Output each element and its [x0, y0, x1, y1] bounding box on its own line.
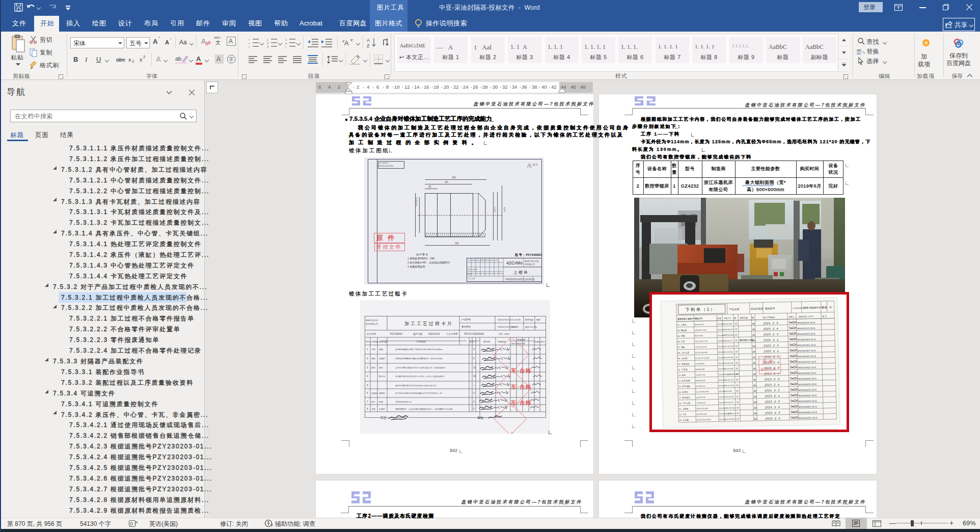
svg-text:30: 30: [736, 395, 739, 397]
svg-text:打标识: 打标识: [371, 392, 377, 395]
svg-text:3o: 3o: [754, 417, 757, 420]
svg-text:2023. 2. 3: 2023. 2. 3: [765, 411, 780, 415]
svg-text:W202302201-09-0|: W202302201-09-0|: [797, 332, 815, 335]
svg-text:63.5×8×352: 63.5×8×352: [724, 357, 733, 359]
svg-text:89×10×288: 89×10×288: [724, 368, 733, 370]
svg-text:增与标2×续3: 增与标2×续3: [739, 338, 754, 342]
svg-text:2: 2: [367, 357, 368, 360]
svg-text:116×25×68: 116×25×68: [724, 362, 733, 364]
svg-text:W202303101-09-0|: W202303101-09-0|: [798, 383, 816, 386]
svg-text:规格型号: 规格型号: [765, 307, 775, 310]
svg-text:操作者: 操作者: [483, 340, 491, 343]
svg-text:6: 6: [473, 401, 475, 403]
svg-text:普车: 普车: [379, 366, 383, 369]
svg-text:12. 隔环: 12. 隔环: [678, 374, 686, 377]
svg-text:材质 42CrMo: 材质 42CrMo: [525, 326, 537, 329]
svg-text:30: 30: [734, 323, 737, 325]
svg-text:W202302101-09-0|: W202302101-09-0|: [797, 327, 815, 330]
svg-text:D: D: [130, 521, 133, 526]
svg-text:3o: 3o: [752, 350, 755, 353]
svg-text:30: 30: [736, 384, 739, 386]
svg-text:▪: ▪: [249, 45, 250, 48]
svg-text:54×10×442: 54×10×442: [724, 351, 733, 353]
svg-text:受控文件: 受控文件: [760, 367, 777, 372]
svg-text:30: 30: [735, 339, 738, 342]
svg-text:先调质处理再硬度计测量计算范围HB229～269之间为合格: 先调质处理再硬度计测量计算范围HB229～269之间为合格: [395, 357, 443, 360]
svg-text:粗车: 粗车: [371, 366, 375, 369]
svg-text:114×87′×19: 114×87′×19: [695, 374, 705, 376]
svg-text:130圆钢×114: 130圆钢×114: [725, 412, 736, 415]
svg-text:30: 30: [829, 306, 832, 309]
svg-text:生产批号: 生产批号: [367, 333, 376, 335]
svg-text:3o: 3o: [753, 356, 756, 359]
svg-text:3o: 3o: [753, 373, 756, 376]
svg-text:2024. 2. 3: 2024. 2. 3: [763, 322, 778, 325]
svg-text:115.5×102.5×200: 115.5×102.5×200: [696, 419, 711, 421]
svg-text:零件图号: 零件图号: [461, 325, 471, 328]
svg-text:a: a: [285, 42, 287, 45]
svg-text:W202302401-09-0|: W202302401-09-0|: [797, 343, 815, 347]
svg-text:40: 40: [473, 375, 476, 378]
svg-text:04. 弹簧: 04. 弹簧: [677, 335, 685, 337]
svg-text:PZY230203: PZY230203: [810, 306, 824, 309]
svg-text:W202303501-09-0|: W202303501-09-0|: [799, 405, 817, 408]
svg-text:产品名称: 产品名称: [729, 307, 740, 310]
svg-text:3o: 3o: [754, 412, 757, 415]
svg-text:3o: 3o: [752, 344, 755, 348]
svg-text:数: 数: [752, 316, 754, 319]
svg-text:车外圆打表找正车内孔至尺寸中102（+0.2/0）保证粗糙度: 车外圆打表找正车内孔至尺寸中102（+0.2/0）保证粗糙度3.2: [395, 375, 445, 378]
svg-text:30: 30: [735, 328, 738, 331]
svg-text:3o: 3o: [753, 384, 756, 387]
svg-text:设计 标准化: 设计 标准化: [468, 268, 477, 271]
svg-text:30: 30: [736, 367, 738, 369]
svg-text:21. 上锥体: 21. 上锥体: [679, 408, 689, 410]
svg-text:2023. 2. 4: 2023. 2. 4: [764, 394, 780, 398]
svg-text:30: 30: [736, 356, 738, 359]
svg-text:30: 30: [737, 401, 739, 403]
svg-text:68×50×128: 68×50×128: [696, 380, 705, 382]
svg-text:3: 3: [267, 45, 269, 48]
svg-text:105×72.5×150: 105×72.5×150: [696, 408, 708, 410]
svg-text:W202302501-09-0|: W202302501-09-0|: [797, 349, 815, 352]
svg-text:09. 上外管: 09. 上外管: [678, 357, 688, 360]
svg-text:2023. 2. 4: 2023. 2. 4: [763, 350, 779, 353]
svg-text:产品型号: 产品型号: [461, 318, 471, 321]
svg-text:2023. 2. 3: 2023. 2. 3: [763, 333, 779, 336]
svg-text:W202302001-09-0|: W202302001-09-0|: [797, 321, 815, 324]
svg-text:数控车: 数控车: [379, 375, 385, 378]
svg-text:术有限公司: 术有限公司: [524, 263, 535, 265]
svg-text:1: 1: [267, 38, 269, 41]
svg-text:85×78×20: 85×78×20: [695, 335, 703, 337]
svg-text:W202303601-09-0|: W202303601-09-0|: [799, 411, 817, 414]
svg-text:2023. 2. 3: 2023. 2. 3: [764, 378, 780, 381]
svg-text:Y44505/95114×55-120/35: Y44505/95114×55-120/35: [497, 318, 521, 321]
svg-text:掉头车外圆打表找正 车总长130mm 自由公差±0.15: 掉头车外圆打表找正 车总长130mm 自由公差±0.15: [395, 384, 436, 387]
svg-text:22. 卡瓦: 22. 卡瓦: [679, 413, 687, 416]
svg-text:3: 3: [473, 392, 475, 394]
svg-text:零件名称: 零件名称: [525, 318, 533, 321]
svg-text:75×55×475: 75×55×475: [696, 402, 705, 404]
svg-text:W202302301-09-0|: W202302301-09-0|: [797, 338, 815, 341]
svg-text:8: 8: [367, 408, 368, 410]
svg-text:标记 处数 分区 更改文件号 签名 年月日: 标记 处数 分区 更改文件号 签名 年月日: [467, 259, 499, 261]
svg-text:Y44505/95114X55-120/35-01: Y44505/95114X55-120/35-01: [505, 278, 535, 281]
svg-text:62 2.8×47.5×350: 62 2.8×47.5×350: [695, 357, 709, 360]
svg-text:按材料申领图纸专用料 下材质42CrMo Φ108×18: 按材料申领图纸专用料 下材质42CrMo Φ108×18 长148mm: [395, 349, 443, 351]
svg-text:材料来源（炉号）: 材料来源（炉号）: [798, 315, 815, 318]
svg-text:30: 30: [737, 417, 739, 420]
svg-text:07. 液缸: 07. 液缸: [677, 346, 685, 349]
svg-text:1: 1: [367, 348, 368, 351]
svg-text:准 单 合: 准 单 合: [470, 341, 476, 343]
svg-text:3: 3: [367, 366, 368, 369]
svg-text:7: 7: [367, 401, 368, 403]
svg-text:加工工艺过程卡片: 加工工艺过程卡片: [404, 321, 453, 326]
svg-text:采油封隔器: 采油封隔器: [751, 307, 764, 311]
svg-text:108×28×116: 108×28×116: [723, 329, 733, 331]
svg-text:下料尺寸: 下料尺寸: [723, 317, 731, 320]
svg-text:2023. 2. 4: 2023. 2. 4: [764, 383, 780, 387]
svg-text:W202302801-09-0|: W202302801-09-0|: [798, 366, 816, 369]
svg-text:2024. 2. 4: 2024. 2. 4: [765, 406, 780, 409]
svg-text:14. 丢手堵盖: 14. 丢手堵盖: [678, 385, 690, 387]
svg-text:PZY/GY230203025: PZY/GY230203025: [464, 333, 484, 335]
svg-text:W202303001-09-0|: W202303001-09-0|: [798, 377, 816, 380]
